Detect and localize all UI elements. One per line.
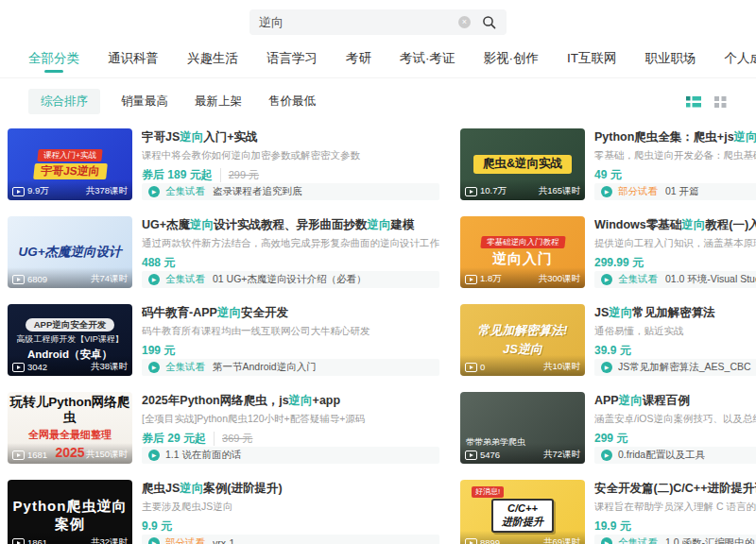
search-icon[interactable] — [482, 15, 497, 30]
course-info: Python爬虫全集：爬虫+js逆向+app逆向 零基础，爬虫逆向开发必备：爬虫… — [594, 128, 756, 200]
trial-bar[interactable]: ▶ JS常见加解密算法_AES_CBC — [594, 359, 756, 376]
course-card[interactable]: 课程入门+实战宇哥JS逆向 9.9万 共378课时 宇哥JS逆向入门+实战 课程… — [8, 128, 439, 200]
video-play-icon — [465, 275, 477, 284]
view-count: 1861 — [12, 537, 47, 544]
category-item[interactable]: 考研 — [346, 50, 371, 77]
course-card[interactable]: Python爬虫逆向案例 1861 共32课时 爬虫JS逆向案例(进阶提升) 主… — [8, 480, 439, 544]
price-original: 299 元 — [220, 168, 259, 182]
sort-option[interactable]: 售价最低 — [268, 94, 316, 110]
course-thumbnail[interactable]: 带带弟弟学爬虫 5476 共72课时 — [460, 392, 585, 464]
course-title[interactable]: 爬虫JS逆向案例(进阶提升) — [142, 481, 439, 495]
thumbnail-text: JS逆向 — [503, 342, 542, 357]
course-info: 码牛教育-APP逆向安全开发 码牛教育所有课程均由一线互联网公司大牛精心研发 1… — [142, 304, 439, 376]
course-thumbnail[interactable]: APP逆向安全开发高级工程师开发【VIP课程】Android（安卓） 3042 … — [8, 304, 132, 376]
course-info: 安全开发篇(二)C/C++进阶提升课程 课程旨在帮助学员深入理解 C 语言的核心… — [594, 480, 756, 544]
category-item[interactable]: IT互联网 — [567, 50, 617, 77]
thumbnail-text: 好消息! — [472, 486, 504, 498]
trial-bar[interactable]: ▶ 部分试看 01 开篇 — [594, 183, 756, 200]
chapter-name: 01 开篇 — [665, 185, 699, 198]
course-title[interactable]: JS逆向常见加解密算法 — [594, 305, 756, 319]
course-grid: 课程入门+实战宇哥JS逆向 9.9万 共378课时 宇哥JS逆向入门+实战 课程… — [0, 123, 756, 544]
course-title[interactable]: Python爬虫全集：爬虫+js逆向+app逆向 — [594, 129, 756, 144]
sort-option[interactable]: 销量最高 — [121, 94, 168, 110]
lesson-count: 共378课时 — [86, 185, 128, 197]
view-count-text: 1.8万 — [480, 273, 502, 285]
course-title[interactable]: 安全开发篇(二)C/C++进阶提升课程 — [594, 481, 756, 495]
course-card[interactable]: 玩转儿Python网络爬虫全网最全最细整理2025 1681 共150课时 20… — [8, 392, 439, 464]
category-item[interactable]: 个人成长 — [725, 50, 756, 77]
trial-bar[interactable]: ▶ 全集试看 01 UG+杰魔逆向设计介绍（必看） — [142, 271, 439, 288]
course-card[interactable]: C/C++ 进阶提升好消息! 8899 共69课时 安全开发篇(二)C/C++进… — [460, 480, 756, 544]
trial-bar[interactable]: ▶ 部分试看 yrx-1 — [142, 535, 439, 544]
trial-bar[interactable]: ▶ 全集试看 第一节Android逆向入门 — [142, 359, 439, 376]
course-title[interactable]: 码牛教育-APP逆向安全开发 — [142, 305, 439, 319]
course-info: 2025年Python网络爬虫，js逆向+app [全项目实战]Python爬虫… — [142, 392, 439, 464]
play-icon: ▶ — [601, 186, 612, 197]
lesson-count: 共38课时 — [91, 361, 128, 373]
thumbnail-text: 全网最全最细整理 — [28, 429, 112, 442]
lesson-count: 共10课时 — [543, 361, 580, 373]
course-card[interactable]: 零基础逆向入门教程逆向入门 1.8万 共300课时 Windows零基础逆向教程… — [460, 216, 756, 288]
course-title[interactable]: APP逆向课程百例 — [594, 393, 756, 407]
view-count: 10.7万 — [465, 185, 507, 197]
category-item[interactable]: 职业职场 — [645, 50, 696, 77]
course-info: UG+杰魔逆向设计实战教程、异形曲面抄数逆向建模 通过两款软件新方法结合，高效地… — [142, 216, 439, 288]
trial-badge: 部分试看 — [165, 536, 205, 544]
search-input[interactable] — [259, 15, 458, 29]
view-count-text: 5476 — [480, 450, 500, 460]
course-title[interactable]: 宇哥JS逆向入门+实战 — [142, 129, 439, 144]
course-thumbnail[interactable]: 课程入门+实战宇哥JS逆向 9.9万 共378课时 — [8, 128, 132, 200]
lesson-count: 共32课时 — [91, 536, 128, 544]
category-item[interactable]: 兴趣生活 — [187, 50, 238, 77]
search-box[interactable]: × — [249, 9, 507, 35]
price-row: 49 元 — [594, 167, 756, 183]
thumbnail-text: 玩转儿Python网络爬虫 — [8, 395, 132, 427]
price-current: 券后 189 元起 — [142, 167, 213, 183]
course-card[interactable]: UG+杰魔逆向设计 6809 共74课时 UG+杰魔逆向设计实战教程、异形曲面抄… — [8, 216, 439, 288]
course-thumbnail[interactable]: UG+杰魔逆向设计 6809 共74课时 — [8, 216, 132, 288]
course-thumbnail[interactable]: 玩转儿Python网络爬虫全网最全最细整理2025 1681 共150课时 — [8, 392, 132, 464]
category-item[interactable]: 影视·创作 — [484, 50, 540, 77]
trial-bar[interactable]: ▶ 0.frida配置以及工具 — [594, 447, 756, 464]
course-card[interactable]: 爬虫&逆向实战 10.7万 共165课时 Python爬虫全集：爬虫+js逆向+… — [460, 128, 756, 200]
play-icon: ▶ — [601, 537, 612, 544]
list-view-icon[interactable] — [686, 95, 701, 109]
course-card[interactable]: 常见加解密算法!JS逆向 0 共10课时 JS逆向常见加解密算法 通俗易懂，贴近… — [460, 304, 756, 376]
course-card[interactable]: APP逆向安全开发高级工程师开发【VIP课程】Android（安卓） 3042 … — [8, 304, 439, 376]
category-item[interactable]: 全部分类 — [28, 50, 79, 77]
trial-bar[interactable]: ▶ 全集试看 1.0 函数-汇编眼中的入口函数参数 — [594, 535, 756, 544]
grid-view-icon[interactable] — [714, 95, 728, 109]
course-thumbnail[interactable]: C/C++ 进阶提升好消息! 8899 共69课时 — [460, 480, 585, 544]
category-item[interactable]: 通识科普 — [108, 50, 159, 77]
sort-option[interactable]: 最新上架 — [195, 94, 242, 110]
sort-option[interactable]: 综合排序 — [28, 89, 100, 114]
thumbnail-text: Android（安卓） — [27, 348, 112, 361]
course-title[interactable]: UG+杰魔逆向设计实战教程、异形曲面抄数逆向建模 — [142, 217, 439, 231]
course-card[interactable]: 带带弟弟学爬虫 5476 共72课时 APP逆向课程百例 涵盖安卓/iOS逆向案… — [460, 392, 756, 464]
category-item[interactable]: 考试·考证 — [400, 50, 455, 77]
chapter-name: 0.frida配置以及工具 — [618, 449, 705, 462]
view-count-text: 10.7万 — [480, 185, 507, 197]
sort-bar: 综合排序销量最高最新上架售价最低 — [0, 78, 756, 123]
clear-icon[interactable]: × — [458, 16, 471, 28]
video-play-icon — [465, 363, 477, 372]
thumbnail-text: C/C++ 进阶提升 — [491, 499, 554, 533]
course-thumbnail[interactable]: Python爬虫逆向案例 1861 共32课时 — [8, 480, 132, 544]
thumbnail-text: 课程入门+实战 — [37, 149, 102, 162]
category-item[interactable]: 语言学习 — [266, 50, 318, 77]
chapter-name: JS常见加解密算法_AES_CBC — [618, 361, 751, 374]
course-thumbnail[interactable]: 常见加解密算法!JS逆向 0 共10课时 — [460, 304, 585, 376]
trial-bar[interactable]: ▶ 1.1 说在前面的话 — [142, 447, 439, 464]
course-thumbnail[interactable]: 零基础逆向入门教程逆向入门 1.8万 共300课时 — [460, 216, 585, 288]
course-title[interactable]: 2025年Python网络爬虫，js逆向+app — [142, 393, 439, 407]
course-info: 爬虫JS逆向案例(进阶提升) 主要涉及爬虫JS逆向 9.9 元 ▶ 部分试看 y… — [142, 480, 439, 544]
thumbnail-text: 带带弟弟学爬虫 — [466, 437, 525, 448]
trial-bar[interactable]: ▶ 全集试看 盗录课程者追究到底 — [142, 183, 439, 200]
trial-bar[interactable]: ▶ 全集试看 01.0 环境-Visual Studio配置搭建 — [594, 271, 756, 288]
thumbnail-text: APP逆向安全开发 — [26, 318, 115, 332]
price-current: 299.99 元 — [594, 255, 644, 271]
course-thumbnail[interactable]: 爬虫&逆向实战 10.7万 共165课时 — [460, 128, 585, 200]
thumbnail-text: UG+杰魔逆向设计 — [18, 245, 121, 261]
course-title[interactable]: Windows零基础逆向教程(一)入门篇 — [594, 217, 756, 231]
view-count: 9.9万 — [12, 185, 49, 197]
